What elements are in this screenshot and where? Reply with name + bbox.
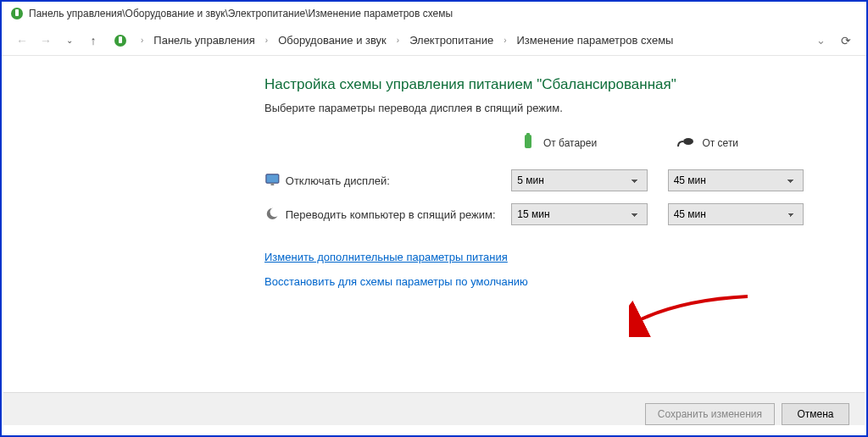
window-titlebar: Панель управления\Оборудование и звук\Эл… (2, 2, 866, 25)
save-button[interactable]: Сохранить изменения (645, 403, 775, 425)
svg-rect-7 (266, 174, 279, 183)
row-display-label: Отключать дисплей: (286, 174, 511, 187)
address-bar-dropdown[interactable]: ⌄ (816, 34, 826, 47)
power-options-icon (10, 7, 24, 20)
svg-rect-5 (526, 133, 530, 136)
column-plugged-label: От сети (702, 137, 738, 149)
footer-bar: Сохранить изменения Отмена (3, 392, 865, 425)
chevron-right-icon[interactable]: › (264, 36, 270, 45)
restore-defaults-link[interactable]: Восстановить для схемы параметры по умол… (264, 275, 528, 288)
moon-icon (264, 206, 281, 223)
nav-forward-button[interactable]: → (37, 32, 54, 49)
page-heading: Настройка схемы управления питанием "Сба… (264, 76, 824, 93)
battery-icon (518, 131, 538, 154)
column-battery-label: От батареи (543, 137, 597, 149)
refresh-button[interactable]: ⟳ (837, 32, 854, 49)
column-headers: От батареи От сети (264, 131, 824, 154)
links-section: Изменить дополнительные параметры питани… (264, 251, 824, 300)
address-bar: ← → ⌄ ↑ › Панель управления › Оборудован… (2, 25, 866, 56)
svg-point-6 (683, 138, 693, 145)
breadcrumb-item-hardware-sound[interactable]: Оборудование и звук (273, 30, 392, 50)
advanced-settings-link[interactable]: Изменить дополнительные параметры питани… (264, 251, 508, 263)
svg-rect-3 (119, 36, 122, 43)
svg-rect-4 (525, 135, 531, 148)
breadcrumb-item-power-options[interactable]: Электропитание (404, 30, 498, 50)
row-sleep-label: Переводить компьютер в спящий режим: (286, 208, 511, 221)
breadcrumb-icon (114, 34, 127, 47)
breadcrumb-item-control-panel[interactable]: Панель управления (148, 30, 259, 50)
nav-recent-button[interactable]: ⌄ (61, 32, 78, 49)
plug-icon (676, 131, 697, 154)
breadcrumb-item-edit-plan[interactable]: Изменение параметров схемы (511, 30, 678, 50)
chevron-right-icon[interactable]: › (139, 36, 145, 45)
nav-up-button[interactable]: ↑ (85, 32, 102, 49)
sleep-plugged-select[interactable]: 45 мин (668, 203, 804, 225)
display-plugged-select[interactable]: 45 мин (668, 169, 804, 191)
row-sleep: Переводить компьютер в спящий режим: 15 … (264, 203, 824, 225)
row-turn-off-display: Отключать дисплей: 5 мин 45 мин (264, 169, 824, 191)
window-title: Панель управления\Оборудование и звук\Эл… (29, 8, 453, 19)
sleep-battery-select[interactable]: 15 мин (511, 203, 647, 225)
svg-rect-8 (271, 183, 275, 185)
svg-point-10 (270, 207, 280, 217)
cancel-button[interactable]: Отмена (782, 403, 849, 425)
nav-back-button[interactable]: ← (14, 32, 31, 49)
display-battery-select[interactable]: 5 мин (511, 169, 647, 191)
chevron-right-icon[interactable]: › (502, 36, 508, 45)
main-content: Настройка схемы управления питанием "Сба… (2, 56, 866, 308)
svg-rect-1 (15, 9, 19, 16)
breadcrumb: › Панель управления › Оборудование и зву… (139, 30, 678, 50)
chevron-right-icon[interactable]: › (395, 36, 401, 45)
page-subtext: Выберите параметры перевода дисплея в сп… (264, 102, 824, 114)
monitor-icon (264, 172, 281, 189)
